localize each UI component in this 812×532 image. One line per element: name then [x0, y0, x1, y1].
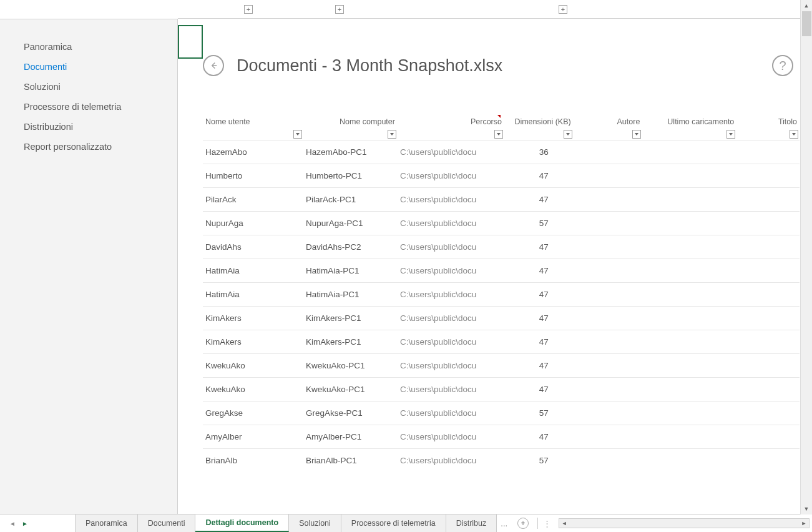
- cell[interactable]: [736, 330, 800, 354]
- cell[interactable]: AmyAlber-PC1: [303, 425, 398, 449]
- cell[interactable]: HatimAia: [203, 283, 303, 307]
- cell[interactable]: KimAkers-PC1: [303, 307, 398, 330]
- cell[interactable]: DavidAhs-PC2: [303, 235, 398, 259]
- column-header-6[interactable]: Titolo: [736, 114, 800, 140]
- cell[interactable]: [574, 401, 643, 425]
- horizontal-scrollbar[interactable]: ◄ ►: [559, 518, 810, 528]
- cell[interactable]: GregAkse-PC1: [303, 401, 398, 425]
- cell[interactable]: C:\users\public\docu: [398, 140, 504, 164]
- cell[interactable]: [574, 425, 643, 449]
- table-row[interactable]: KwekuAkoKwekuAko-PC1C:\users\public\docu…: [203, 354, 800, 378]
- cell[interactable]: [736, 307, 800, 330]
- tab-nav-next[interactable]: ►: [19, 515, 31, 532]
- hscroll-left-button[interactable]: ◄: [559, 519, 569, 528]
- cell[interactable]: [642, 449, 736, 473]
- cell[interactable]: DavidAhs: [203, 235, 303, 259]
- table-row[interactable]: PilarAckPilarAck-PC1C:\users\public\docu…: [203, 188, 800, 212]
- cell[interactable]: [574, 188, 643, 212]
- cell[interactable]: 57: [504, 401, 574, 425]
- cell[interactable]: [642, 378, 736, 401]
- sheet-tab-3[interactable]: Soluzioni: [289, 515, 341, 532]
- cell[interactable]: [642, 140, 736, 164]
- cell[interactable]: C:\users\public\docu: [398, 449, 504, 473]
- column-header-4[interactable]: Autore: [574, 114, 643, 140]
- sheet-tab-0[interactable]: Panoramica: [75, 515, 138, 532]
- add-sheet-button[interactable]: +: [517, 518, 529, 529]
- cell[interactable]: KwekuAko: [203, 378, 303, 401]
- filter-dropdown-icon[interactable]: [726, 130, 735, 139]
- table-row[interactable]: KimAkersKimAkers-PC1C:\users\public\docu…: [203, 330, 800, 354]
- cell[interactable]: 47: [504, 259, 574, 283]
- scroll-thumb[interactable]: [802, 11, 811, 36]
- sidebar-item-3[interactable]: Processore di telemetria: [0, 97, 177, 117]
- cell[interactable]: [736, 188, 800, 212]
- column-header-1[interactable]: Nome computer: [303, 114, 398, 140]
- cell[interactable]: [642, 235, 736, 259]
- cell[interactable]: [642, 188, 736, 212]
- cell[interactable]: [642, 401, 736, 425]
- cell[interactable]: C:\users\public\docu: [398, 425, 504, 449]
- cell[interactable]: HazemAbo-PC1: [303, 140, 398, 164]
- cell[interactable]: PilarAck-PC1: [303, 188, 398, 212]
- hscroll-right-button[interactable]: ►: [799, 519, 809, 528]
- cell[interactable]: KimAkers: [203, 307, 303, 330]
- sheet-tab-5[interactable]: Distribuz: [446, 515, 497, 532]
- cell[interactable]: [642, 330, 736, 354]
- cell[interactable]: 47: [504, 378, 574, 401]
- cell[interactable]: NupurAga: [203, 212, 303, 235]
- column-header-2[interactable]: Percorso: [398, 114, 504, 140]
- tab-more-button[interactable]: ...: [497, 519, 511, 528]
- cell[interactable]: [574, 330, 643, 354]
- cell[interactable]: [736, 164, 800, 188]
- filter-dropdown-icon[interactable]: [632, 130, 641, 139]
- cell[interactable]: C:\users\public\docu: [398, 378, 504, 401]
- sheet-tab-4[interactable]: Processore di telemetria: [341, 515, 446, 532]
- cell[interactable]: Humberto-PC1: [303, 164, 398, 188]
- table-row[interactable]: HazemAboHazemAbo-PC1C:\users\public\docu…: [203, 140, 800, 164]
- table-row[interactable]: HatimAiaHatimAia-PC1C:\users\public\docu…: [203, 283, 800, 307]
- cell[interactable]: KimAkers: [203, 330, 303, 354]
- filter-dropdown-icon[interactable]: [494, 130, 503, 139]
- help-button[interactable]: ?: [772, 55, 793, 76]
- cell[interactable]: 47: [504, 164, 574, 188]
- cell[interactable]: GregAkse: [203, 401, 303, 425]
- cell[interactable]: [574, 259, 643, 283]
- cell[interactable]: [642, 259, 736, 283]
- cell[interactable]: [736, 449, 800, 473]
- table-row[interactable]: KwekuAkoKwekuAko-PC1C:\users\public\docu…: [203, 378, 800, 401]
- table-row[interactable]: BrianAlbBrianAlb-PC1C:\users\public\docu…: [203, 449, 800, 473]
- cell[interactable]: [642, 425, 736, 449]
- cell[interactable]: C:\users\public\docu: [398, 212, 504, 235]
- cell[interactable]: HatimAia-PC1: [303, 259, 398, 283]
- sidebar-item-4[interactable]: Distribuzioni: [0, 117, 177, 137]
- sidebar-item-5[interactable]: Report personalizzato: [0, 137, 177, 157]
- cell[interactable]: C:\users\public\docu: [398, 188, 504, 212]
- cell[interactable]: 47: [504, 425, 574, 449]
- cell[interactable]: [642, 307, 736, 330]
- cell[interactable]: [736, 212, 800, 235]
- column-header-3[interactable]: Dimensioni (KB): [504, 114, 574, 140]
- cell[interactable]: [642, 283, 736, 307]
- cell[interactable]: 47: [504, 188, 574, 212]
- cell[interactable]: [574, 354, 643, 378]
- cell[interactable]: [736, 259, 800, 283]
- cell[interactable]: 47: [504, 354, 574, 378]
- table-row[interactable]: NupurAgaNupurAga-PC1C:\users\public\docu…: [203, 212, 800, 235]
- sidebar-item-2[interactable]: Soluzioni: [0, 77, 177, 97]
- cell[interactable]: C:\users\public\docu: [398, 235, 504, 259]
- cell[interactable]: C:\users\public\docu: [398, 354, 504, 378]
- cell[interactable]: [574, 283, 643, 307]
- cell[interactable]: KwekuAko-PC1: [303, 378, 398, 401]
- cell[interactable]: [736, 235, 800, 259]
- filter-dropdown-icon[interactable]: [388, 130, 396, 139]
- filter-dropdown-icon[interactable]: [564, 130, 572, 139]
- cell[interactable]: C:\users\public\docu: [398, 259, 504, 283]
- cell[interactable]: [574, 235, 643, 259]
- back-button[interactable]: [203, 55, 224, 76]
- table-row[interactable]: GregAkseGregAkse-PC1C:\users\public\docu…: [203, 401, 800, 425]
- cell[interactable]: BrianAlb: [203, 449, 303, 473]
- cell[interactable]: KwekuAko-PC1: [303, 354, 398, 378]
- sidebar-item-1[interactable]: Documenti: [0, 57, 177, 77]
- cell[interactable]: [574, 164, 643, 188]
- scroll-up-button[interactable]: ▲: [801, 0, 812, 11]
